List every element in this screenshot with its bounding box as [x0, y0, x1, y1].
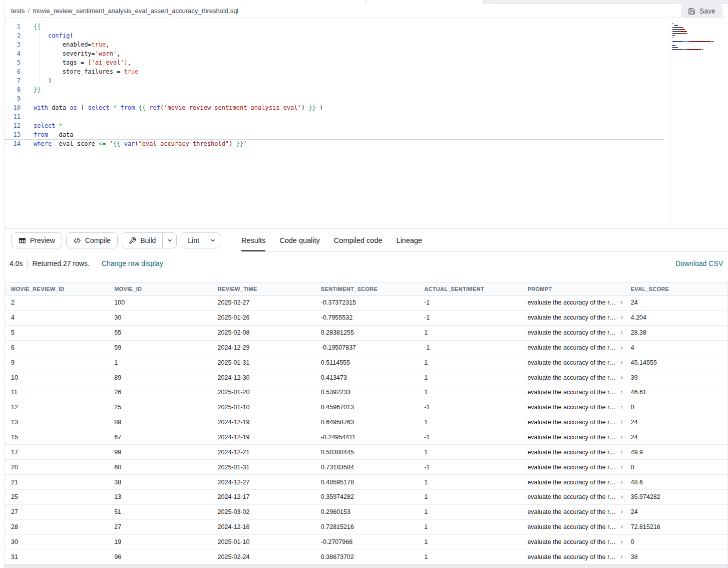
table-row[interactable]: 25 13 2024-12-17 0.35974282 1 evaluate t…	[5, 490, 727, 505]
column-header[interactable]: MOVIE_REVIEW_ID	[5, 282, 108, 295]
cell-prompt: evaluate the accuracy of the res…	[521, 475, 624, 489]
table-row[interactable]: 15 67 2024-12-19 -0.24954411 -1 evaluate…	[5, 430, 727, 445]
cell-actual-sentiment: 1	[418, 326, 521, 340]
expand-cell-icon[interactable]	[619, 300, 624, 305]
code-line[interactable]: 3 enabled=true,	[5, 40, 664, 49]
table-row[interactable]: 5 55 2025-02-08 0.28381255 1 evaluate th…	[5, 326, 727, 341]
cell-actual-sentiment: -1	[418, 460, 521, 474]
tab-compiled-code[interactable]: Compiled code	[334, 229, 383, 251]
table-row[interactable]: 2 100 2025-02-27 -0.37372315 -1 evaluate…	[5, 296, 727, 311]
table-row[interactable]: 27 51 2025-03-02 0.2960153 1 evaluate th…	[5, 505, 727, 520]
query-duration: 4.0s	[10, 259, 23, 267]
cell-actual-sentiment: 1	[418, 520, 521, 534]
prompt-truncated-text: evaluate the accuracy of the res…	[527, 449, 616, 456]
horizontal-scrollbar-track[interactable]	[5, 564, 728, 568]
code-line[interactable]: 2 config(	[5, 31, 664, 40]
change-row-display-link[interactable]: Change row display	[102, 259, 163, 267]
compile-button[interactable]: Compile	[66, 232, 118, 248]
expand-cell-icon[interactable]	[619, 360, 624, 365]
expand-cell-icon[interactable]	[619, 375, 624, 380]
table-row[interactable]: 20 60 2025-01-31 0.73183584 -1 evaluate …	[5, 460, 727, 475]
expand-cell-icon[interactable]	[619, 524, 624, 529]
expand-cell-icon[interactable]	[619, 554, 624, 559]
cell-actual-sentiment: -1	[418, 296, 521, 310]
cell-actual-sentiment: 1	[418, 490, 521, 504]
preview-button[interactable]: Preview	[12, 232, 62, 248]
cell-movie-review-id: 11	[5, 385, 108, 400]
lint-dropdown-toggle[interactable]	[206, 233, 220, 248]
table-row[interactable]: 30 19 2025-01-10 -0.2707966 1 evaluate t…	[5, 535, 727, 550]
wrench-icon	[129, 237, 136, 244]
code-line[interactable]: 11	[5, 112, 664, 121]
column-header[interactable]: EVAL_SCORE	[624, 282, 727, 295]
table-row[interactable]: 21 38 2024-12-27 0.48595178 1 evaluate t…	[5, 475, 727, 490]
expand-cell-icon[interactable]	[619, 465, 624, 470]
code-line[interactable]: 10with data as ( select * from {{ ref('m…	[5, 103, 664, 112]
table-row[interactable]: 9 1 2025-01-31 0.5114555 1 evaluate the …	[5, 355, 727, 370]
cell-review-time: 2025-01-26	[211, 311, 314, 325]
column-header[interactable]: REVIEW_TIME	[211, 282, 314, 295]
code-line[interactable]: 13from data	[5, 130, 664, 139]
column-header[interactable]: SENTIMENT_SCORE	[314, 282, 418, 295]
code-line[interactable]: 4 severity='warn',	[5, 49, 664, 58]
cell-movie-id: 99	[108, 445, 211, 459]
table-row[interactable]: 13 89 2024-12-19 0.64958763 1 evaluate t…	[5, 415, 727, 430]
cell-prompt: evaluate the accuracy of the res…	[521, 460, 624, 474]
build-button[interactable]: Build	[122, 232, 177, 248]
line-number: 3	[5, 40, 21, 49]
cell-sentiment-score: 0.64958763	[314, 415, 418, 430]
table-row[interactable]: 28 27 2024-12-16 0.72815216 1 evaluate t…	[5, 520, 727, 535]
column-header[interactable]: PROMPT	[521, 282, 624, 295]
code-line[interactable]: 8}}	[5, 85, 664, 94]
expand-cell-icon[interactable]	[619, 315, 624, 320]
expand-cell-icon[interactable]	[619, 345, 624, 350]
cell-eval-score: 0	[624, 535, 727, 549]
line-number: 2	[5, 31, 21, 40]
cell-sentiment-score: -0.19507837	[314, 341, 418, 355]
lint-button[interactable]: Lint	[181, 232, 220, 248]
expand-cell-icon[interactable]	[619, 450, 624, 455]
code-line[interactable]: 9	[5, 94, 664, 103]
build-dropdown-toggle[interactable]	[162, 233, 176, 248]
editor-minimap[interactable]	[670, 22, 727, 228]
expand-cell-icon[interactable]	[619, 539, 624, 544]
expand-cell-icon[interactable]	[619, 509, 624, 514]
code-line[interactable]: 14where eval_score <= '{{ var("eval_accu…	[5, 139, 664, 148]
code-line[interactable]: 12select *	[5, 121, 664, 130]
table-row[interactable]: 12 25 2025-01-10 0.45967013 -1 evaluate …	[5, 400, 727, 415]
expand-cell-icon[interactable]	[619, 480, 624, 485]
tab-lineage[interactable]: Lineage	[397, 229, 423, 251]
table-row[interactable]: 6 59 2024-12-29 -0.19507837 -1 evaluate …	[5, 341, 727, 356]
code-line[interactable]: 6 store_failures = true	[5, 67, 664, 76]
code-line[interactable]: 1{{	[5, 22, 664, 31]
cell-eval-score: 4.204	[624, 311, 727, 325]
expand-cell-icon[interactable]	[619, 405, 624, 410]
download-csv-link[interactable]: Download CSV	[675, 259, 723, 267]
code-lines[interactable]: 1{{2 config(3 enabled=true,4 severity='w…	[5, 18, 728, 148]
cell-review-time: 2024-12-19	[211, 430, 314, 445]
open-files-tabstrip[interactable]	[0, 0, 728, 4]
editor-toolbar: Preview Compile	[5, 228, 728, 252]
expand-cell-icon[interactable]	[619, 494, 624, 499]
table-row[interactable]: 11 26 2025-01-20 0.5392233 1 evaluate th…	[5, 385, 727, 400]
cell-sentiment-score: 0.38673702	[314, 549, 418, 564]
tab-results[interactable]: Results	[241, 229, 265, 251]
expand-cell-icon[interactable]	[619, 420, 624, 425]
code-line[interactable]: 7 )	[5, 76, 664, 85]
table-row[interactable]: 17 99 2024-12-21 0.50380445 1 evaluate t…	[5, 445, 727, 460]
column-header[interactable]: MOVIE_ID	[108, 282, 211, 295]
expand-cell-icon[interactable]	[619, 390, 624, 395]
cell-prompt: evaluate the accuracy of the res…	[521, 355, 624, 370]
code-editor[interactable]: 1{{2 config(3 enabled=true,4 severity='w…	[5, 18, 728, 228]
column-header[interactable]: ACTUAL_SENTIMENT	[418, 282, 521, 295]
tab-code-quality[interactable]: Code quality	[279, 229, 320, 251]
code-line[interactable]: 5 tags = ['ai_eval'],	[5, 58, 664, 67]
expand-cell-icon[interactable]	[619, 330, 624, 335]
cell-review-time: 2025-02-08	[211, 326, 314, 340]
table-row[interactable]: 10 89 2024-12-30 0.413473 1 evaluate the…	[5, 370, 727, 385]
line-number: 7	[5, 76, 21, 85]
table-row[interactable]: 31 96 2025-02-24 0.38673702 1 evaluate t…	[5, 549, 727, 564]
expand-cell-icon[interactable]	[619, 435, 624, 440]
table-row[interactable]: 4 30 2025-01-26 -0.7955532 -1 evaluate t…	[5, 311, 727, 326]
breadcrumb-folder[interactable]: tests	[11, 7, 25, 15]
